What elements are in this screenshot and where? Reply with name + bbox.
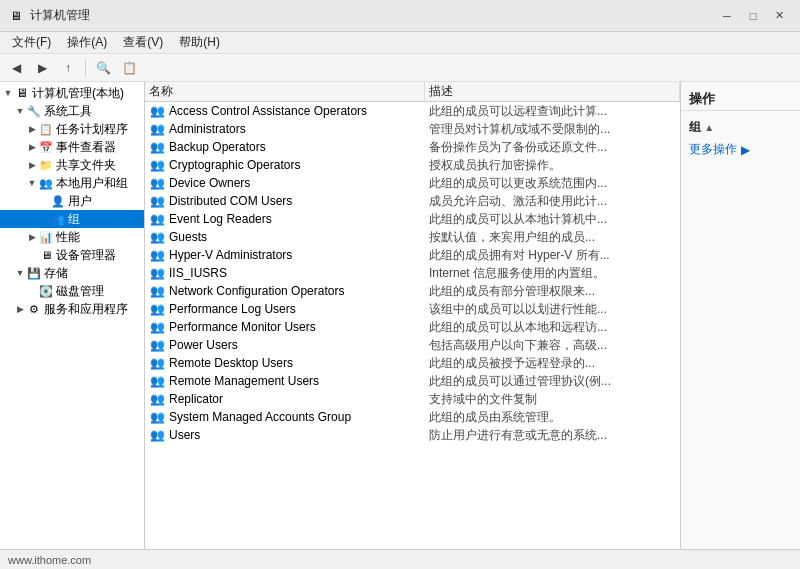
app-icon: 🖥 (8, 8, 24, 24)
group-row-icon: 👥 (149, 265, 165, 281)
list-item[interactable]: 👥Guests按默认值，来宾用户组的成员... (145, 228, 680, 246)
menu-action[interactable]: 操作(A) (59, 32, 115, 53)
toggle-event: ▶ (26, 141, 38, 153)
group-name-cell: 👥Users (145, 427, 425, 443)
group-desc-cell: 此组的成员可以从本地计算机中... (425, 211, 680, 228)
col-header-desc[interactable]: 描述 (425, 82, 680, 101)
tree-root[interactable]: ▼ 计算机管理(本地) (0, 84, 144, 102)
group-row-icon: 👥 (149, 157, 165, 173)
tree-local[interactable]: ▼ 本地用户和组 (0, 174, 144, 192)
list-item[interactable]: 👥Backup Operators备份操作员为了备份或还原文件... (145, 138, 680, 156)
action-more[interactable]: 更多操作 ▶ (681, 138, 800, 161)
list-item[interactable]: 👥System Managed Accounts Group此组的成员由系统管理… (145, 408, 680, 426)
list-item[interactable]: 👥Cryptographic Operators授权成员执行加密操作。 (145, 156, 680, 174)
tree-storage-label: 存储 (44, 265, 68, 282)
tree-service[interactable]: ▶ 服务和应用程序 (0, 300, 144, 318)
list-item[interactable]: 👥Performance Log Users该组中的成员可以以划进行性能... (145, 300, 680, 318)
tree-sys[interactable]: ▼ 系统工具 (0, 102, 144, 120)
toolbar-up[interactable]: ↑ (56, 57, 80, 79)
tree-perf[interactable]: ▶ 性能 (0, 228, 144, 246)
tree-device[interactable]: 设备管理器 (0, 246, 144, 264)
list-item[interactable]: 👥Event Log Readers此组的成员可以从本地计算机中... (145, 210, 680, 228)
tree-user[interactable]: 用户 (0, 192, 144, 210)
group-row-icon: 👥 (149, 121, 165, 137)
tree-group[interactable]: 组 (0, 210, 144, 228)
tree-task[interactable]: ▶ 任务计划程序 (0, 120, 144, 138)
group-row-icon: 👥 (149, 283, 165, 299)
group-name: Users (169, 428, 200, 442)
tree-storage[interactable]: ▼ 存储 (0, 264, 144, 282)
group-row-icon: 👥 (149, 211, 165, 227)
tree-group-label: 组 (68, 211, 80, 228)
group-desc-cell: 授权成员执行加密操作。 (425, 157, 680, 174)
group-row-icon: 👥 (149, 139, 165, 155)
list-item[interactable]: 👥Hyper-V Administrators此组的成员拥有对 Hyper-V … (145, 246, 680, 264)
toolbar-forward[interactable]: ▶ (30, 57, 54, 79)
toggle-shared: ▶ (26, 159, 38, 171)
col-header-name[interactable]: 名称 (145, 82, 425, 101)
list-item[interactable]: 👥Administrators管理员对计算机/或域不受限制的... (145, 120, 680, 138)
menu-view[interactable]: 查看(V) (115, 32, 171, 53)
toggle-service: ▶ (14, 303, 26, 315)
toggle-user (38, 195, 50, 207)
group-name: Network Configuration Operators (169, 284, 344, 298)
actions-title: 操作 (681, 86, 800, 111)
group-desc-cell: 此组的成员有部分管理权限来... (425, 283, 680, 300)
tree-shared[interactable]: ▶ 共享文件夹 (0, 156, 144, 174)
list-item[interactable]: 👥Power Users包括高级用户以向下兼容，高级... (145, 336, 680, 354)
group-name: Backup Operators (169, 140, 266, 154)
group-name: IIS_IUSRS (169, 266, 227, 280)
menu-help[interactable]: 帮助(H) (171, 32, 228, 53)
group-row-icon: 👥 (149, 337, 165, 353)
group-name-cell: 👥Cryptographic Operators (145, 157, 425, 173)
group-name: Hyper-V Administrators (169, 248, 292, 262)
group-name-cell: 👥Hyper-V Administrators (145, 247, 425, 263)
group-name-cell: 👥Backup Operators (145, 139, 425, 155)
title-bar: 🖥 计算机管理 ─ □ ✕ (0, 0, 800, 32)
minimize-button[interactable]: ─ (714, 5, 740, 27)
group-row-icon: 👥 (149, 301, 165, 317)
column-header: 名称 描述 (145, 82, 680, 102)
window-controls: ─ □ ✕ (714, 5, 792, 27)
group-name-cell: 👥Remote Desktop Users (145, 355, 425, 371)
group-row-icon: 👥 (149, 391, 165, 407)
tree-root-label: 计算机管理(本地) (32, 85, 124, 102)
close-button[interactable]: ✕ (766, 5, 792, 27)
status-text: www.ithome.com (8, 554, 91, 566)
list-item[interactable]: 👥Network Configuration Operators此组的成员有部分… (145, 282, 680, 300)
toolbar-search[interactable]: 🔍 (91, 57, 115, 79)
section-expand-icon: ▲ (704, 122, 714, 133)
group-desc-cell: 此组的成员可以通过管理协议(例... (425, 373, 680, 390)
list-item[interactable]: 👥Users防止用户进行有意或无意的系统... (145, 426, 680, 444)
maximize-button[interactable]: □ (740, 5, 766, 27)
menu-file[interactable]: 文件(F) (4, 32, 59, 53)
group-desc-cell: 管理员对计算机/或域不受限制的... (425, 121, 680, 138)
toggle-storage: ▼ (14, 267, 26, 279)
toolbar-properties[interactable]: 📋 (117, 57, 141, 79)
list-item[interactable]: 👥Distributed COM Users成员允许启动、激活和使用此计... (145, 192, 680, 210)
list-item[interactable]: 👥Remote Management Users此组的成员可以通过管理协议(例.… (145, 372, 680, 390)
perf-icon (38, 229, 54, 245)
tree-shared-label: 共享文件夹 (56, 157, 116, 174)
group-name-cell: 👥Replicator (145, 391, 425, 407)
list-item[interactable]: 👥Performance Monitor Users此组的成员可以从本地和远程访… (145, 318, 680, 336)
task-icon (38, 121, 54, 137)
list-item[interactable]: 👥Replicator支持域中的文件复制 (145, 390, 680, 408)
group-desc-cell: 此组的成员被授予远程登录的... (425, 355, 680, 372)
list-item[interactable]: 👥Access Control Assistance Operators此组的成… (145, 102, 680, 120)
list-item[interactable]: 👥IIS_IUSRSInternet 信息服务使用的内置组。 (145, 264, 680, 282)
list-item[interactable]: 👥Device Owners此组的成员可以更改系统范围内... (145, 174, 680, 192)
group-name-cell: 👥Guests (145, 229, 425, 245)
tree-device-label: 设备管理器 (56, 247, 116, 264)
tree-disk[interactable]: 磁盘管理 (0, 282, 144, 300)
toggle-disk (26, 285, 38, 297)
group-name-cell: 👥Power Users (145, 337, 425, 353)
list-item[interactable]: 👥Remote Desktop Users此组的成员被授予远程登录的... (145, 354, 680, 372)
group-desc-cell: Internet 信息服务使用的内置组。 (425, 265, 680, 282)
toolbar-back[interactable]: ◀ (4, 57, 28, 79)
user-icon (50, 193, 66, 209)
shared-icon (38, 157, 54, 173)
tree-event[interactable]: ▶ 事件查看器 (0, 138, 144, 156)
group-row-icon: 👥 (149, 229, 165, 245)
right-panel: 名称 描述 👥Access Control Assistance Operato… (145, 82, 680, 549)
